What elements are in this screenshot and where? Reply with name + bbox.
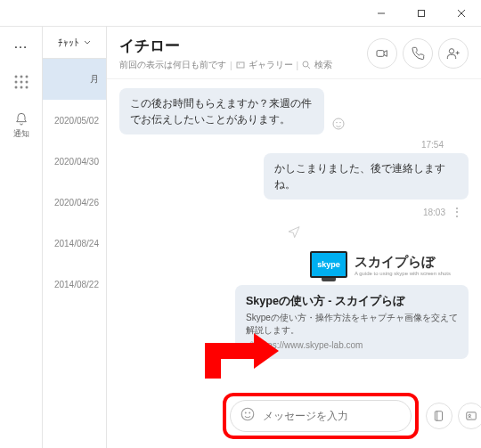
chat-list-item-label: 2020/04/30 <box>54 157 99 167</box>
audio-call-button[interactable] <box>403 38 433 69</box>
chat-list-item-label: 2014/08/22 <box>54 280 99 289</box>
svg-point-6 <box>25 76 28 78</box>
chat-list-item[interactable]: 2020/05/02 <box>43 100 106 141</box>
chat-tab[interactable]: ﾁｬｯﾄ <box>43 27 106 58</box>
svg-point-9 <box>25 81 28 84</box>
chat-list-item-label: 2014/08/24 <box>54 239 99 248</box>
minimize-button[interactable] <box>361 0 401 27</box>
search-link[interactable]: 検索 <box>314 59 332 71</box>
emoji-picker-icon[interactable] <box>240 406 256 426</box>
svg-point-23 <box>340 122 341 123</box>
skypelab-title: スカイプらぼ <box>355 254 451 271</box>
svg-point-10 <box>14 86 17 89</box>
svg-point-5 <box>20 76 22 78</box>
svg-point-25 <box>245 412 246 413</box>
timestamp: 17:54 <box>119 140 444 150</box>
svg-rect-13 <box>237 62 244 68</box>
svg-line-16 <box>308 67 311 69</box>
svg-point-15 <box>303 61 308 67</box>
contact-name: イチロー <box>119 36 332 56</box>
conversation-header: イチロー 前回の表示は何日も前です | ギャラリー | 検索 <box>107 27 481 79</box>
svg-point-12 <box>25 86 28 89</box>
chat-list-item[interactable]: 2014/08/22 <box>43 264 106 305</box>
video-call-button[interactable] <box>367 38 397 69</box>
svg-point-24 <box>241 408 254 420</box>
svg-point-22 <box>337 122 338 123</box>
svg-rect-27 <box>435 411 442 421</box>
chat-list-panel: ﾁｬｯﾄ 月 2020/05/02 2020/04/30 2020/04/26 … <box>43 27 107 448</box>
timestamp: 18:03 <box>423 208 445 217</box>
window-titlebar <box>0 0 481 27</box>
last-seen-text: 前回の表示は何日も前です <box>119 59 226 71</box>
message-input[interactable] <box>263 410 402 422</box>
message-composer[interactable] <box>230 400 412 432</box>
chat-list-item[interactable]: 月 <box>43 59 106 100</box>
svg-point-7 <box>14 81 17 84</box>
chat-list-item[interactable]: 2014/08/24 <box>43 223 106 264</box>
message-more-icon[interactable]: ⋮ <box>451 205 463 219</box>
message-row: かしこまりました、後で連絡しますね。 <box>119 153 469 200</box>
more-menu-button[interactable]: … <box>13 36 29 52</box>
add-people-button[interactable] <box>438 38 469 69</box>
dialpad-icon[interactable] <box>12 73 30 91</box>
maximize-button[interactable] <box>401 0 441 27</box>
chat-list-item-label: 2020/04/26 <box>54 198 99 208</box>
svg-point-4 <box>14 76 17 78</box>
svg-point-8 <box>20 81 22 84</box>
svg-rect-17 <box>377 51 384 57</box>
gallery-icon <box>236 61 245 69</box>
app-body: … 通知 ﾁｬｯﾄ 月 2020/05/02 2020/04/30 2020/0… <box>0 27 481 448</box>
svg-point-11 <box>20 86 22 89</box>
chat-list-item-label: 2020/05/02 <box>54 116 99 126</box>
notifications-label: 通知 <box>13 128 29 140</box>
chat-list-item[interactable]: 2020/04/26 <box>43 182 106 223</box>
svg-point-18 <box>449 49 453 53</box>
react-emoji-button[interactable] <box>331 117 346 134</box>
message-row: この後お時間もらえますか？来週の件でお伝えしたいことがあります。 <box>119 88 469 134</box>
svg-point-30 <box>469 414 470 416</box>
send-status-icon <box>119 224 469 242</box>
attach-file-button[interactable] <box>426 403 452 429</box>
svg-point-26 <box>249 412 250 413</box>
search-icon <box>302 61 311 69</box>
nav-rail: … 通知 <box>0 27 43 448</box>
composer-row: ••• <box>223 393 469 439</box>
close-button[interactable] <box>441 0 481 27</box>
svg-rect-1 <box>418 10 424 16</box>
header-subtitle: 前回の表示は何日も前です | ギャラリー | 検索 <box>119 59 332 71</box>
skypelab-subtitle: A guide to using skype with screen shots <box>355 271 451 276</box>
svg-point-14 <box>238 63 239 64</box>
chat-tab-label: ﾁｬｯﾄ <box>58 37 79 48</box>
svg-rect-29 <box>467 412 477 419</box>
chat-list-item-label: 月 <box>90 73 99 86</box>
annotation-highlight-box <box>223 393 419 439</box>
link-card-title: Skypeの使い方 - スカイプらぼ <box>246 294 458 309</box>
svg-point-21 <box>333 118 344 129</box>
conversation-panel: イチロー 前回の表示は何日も前です | ギャラリー | 検索 この後お時 <box>107 27 481 448</box>
annotation-arrow <box>205 334 276 379</box>
link-preview-logo-row: skype スカイプらぼ A guide to using skype with… <box>119 251 451 278</box>
notifications-button[interactable]: 通知 <box>13 112 29 140</box>
skypelab-logo: skype <box>310 251 347 278</box>
message-bubble[interactable]: かしこまりました、後で連絡しますね。 <box>264 153 469 200</box>
chat-list: 月 2020/05/02 2020/04/30 2020/04/26 2014/… <box>43 58 106 448</box>
gallery-link[interactable]: ギャラリー <box>249 59 293 71</box>
chevron-down-icon <box>83 38 92 47</box>
contact-card-button[interactable] <box>458 403 481 429</box>
message-bubble[interactable]: この後お時間もらえますか？来週の件でお伝えしたいことがあります。 <box>119 88 324 134</box>
chat-list-item[interactable]: 2020/04/30 <box>43 141 106 182</box>
